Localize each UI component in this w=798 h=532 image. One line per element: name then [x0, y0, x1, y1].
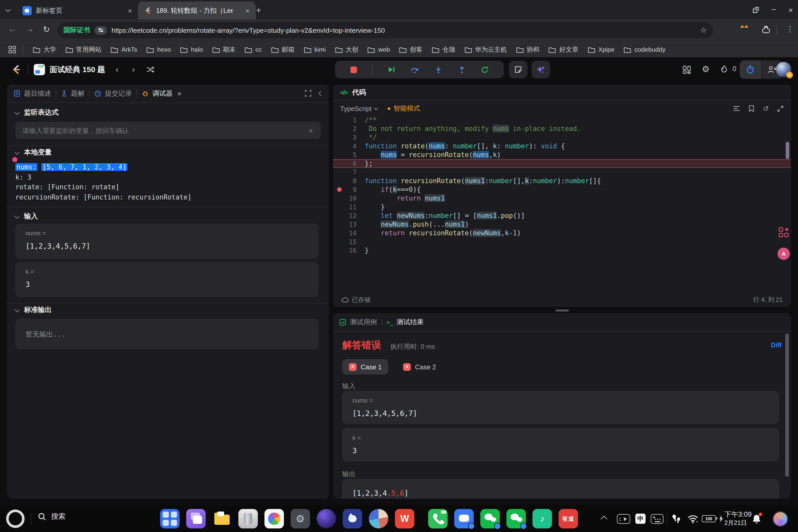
site-settings-icon[interactable]	[95, 26, 107, 35]
tray-expand[interactable]	[602, 506, 606, 532]
local-variable[interactable]: rotate: [Function: rotate]	[15, 182, 192, 192]
tab-testresult[interactable]: >_ 测试结果	[387, 318, 424, 327]
messages-app-icon[interactable]	[454, 509, 474, 528]
notes-button[interactable]	[509, 61, 527, 78]
tab-solutions[interactable]: 题解	[61, 89, 85, 98]
format-icon[interactable]	[733, 106, 740, 112]
tab-testcase[interactable]: 测试用例	[339, 318, 377, 327]
browser-icon[interactable]	[369, 509, 388, 528]
code-line[interactable]: 12 let newNums:number[] = [nums1.pop()]	[333, 211, 791, 220]
bookmark-folder[interactable]: 大创	[330, 41, 363, 58]
window-restore-button[interactable]	[753, 6, 759, 13]
study-plan-icon[interactable]: TOP	[34, 64, 45, 75]
security-badge[interactable]: 国际证书	[63, 25, 90, 35]
locals-section-title[interactable]: 本地变量	[15, 148, 52, 157]
code-line[interactable]: 9 if(k===0){	[333, 185, 791, 194]
wifi-icon[interactable]	[687, 506, 698, 532]
bookmark-star-icon[interactable]: ☆	[700, 25, 707, 35]
notification-bell[interactable]	[752, 506, 761, 532]
wechat-icon[interactable]	[480, 509, 500, 528]
language-select[interactable]: TypeScript	[340, 104, 378, 112]
screen-mirror-icon[interactable]	[617, 506, 630, 532]
shuffle-icon[interactable]	[146, 66, 154, 73]
trash-icon[interactable]	[239, 509, 258, 528]
continue-button[interactable]	[388, 66, 395, 73]
youdao-dict-icon[interactable]: 有道	[558, 509, 578, 528]
fullscreen-icon[interactable]	[305, 90, 311, 97]
io-card[interactable]: k =3	[15, 262, 319, 297]
streak-flame-icon[interactable]	[720, 65, 728, 74]
stdout-section-title[interactable]: 标准输出	[15, 305, 52, 315]
phone-app-icon[interactable]	[428, 509, 448, 528]
code-line[interactable]: 16}	[333, 246, 791, 255]
clock[interactable]: 下午3:09 2月21日	[724, 506, 752, 532]
bookmark-folder[interactable]: 华为云主机	[460, 41, 511, 58]
watch-input-field[interactable]	[21, 126, 307, 135]
wecom-icon[interactable]	[507, 509, 526, 528]
case-tab[interactable]: ×Case 2	[396, 359, 442, 375]
watch-input[interactable]: ＋	[15, 122, 321, 139]
extensions-icon[interactable]	[762, 25, 771, 34]
restart-button[interactable]	[481, 66, 489, 73]
code-line[interactable]: 1/**	[333, 116, 791, 124]
bookmark-folder[interactable]: cc	[240, 41, 267, 58]
bookmark-folder[interactable]: 期末	[207, 41, 240, 58]
launcher-button[interactable]	[6, 510, 24, 528]
browser-tab-newtab[interactable]: 新标签页 ×	[17, 2, 138, 19]
bookmark-folder[interactable]: 好文章	[544, 41, 583, 58]
step-out-button[interactable]	[458, 66, 466, 73]
control-center-icon[interactable]: ⚙	[290, 509, 310, 528]
leetcode-logo[interactable]	[10, 64, 21, 75]
code-editor[interactable]: 1/**2 Do not return anything, modify num…	[333, 116, 791, 264]
prev-problem-button[interactable]: ‹	[116, 57, 118, 82]
code-line[interactable]: 7	[333, 168, 791, 176]
layout-icon[interactable]	[682, 65, 691, 74]
forward-button[interactable]: →	[25, 24, 34, 34]
bookmark-folder[interactable]: 邮箱	[267, 41, 299, 58]
bookmark-folder[interactable]: 常用网站	[61, 41, 106, 58]
code-line[interactable]: 15	[333, 238, 791, 246]
code-line[interactable]: 5 nums = recursionRotate(nums,k)	[333, 150, 791, 159]
io-card[interactable]: k =3	[342, 428, 779, 461]
step-into-button[interactable]	[434, 66, 442, 73]
collapse-panel-icon[interactable]	[319, 91, 324, 96]
case-tab[interactable]: ×Case 1	[342, 359, 388, 375]
code-line[interactable]: 6};	[333, 159, 791, 168]
bookmark-folder[interactable]: 协和	[511, 41, 544, 58]
ai-assistant-button[interactable]	[531, 61, 550, 78]
translate-float-button[interactable]: A	[778, 248, 790, 260]
io-card[interactable]: nums =[1,2,3,4,5,6,7]	[342, 391, 779, 424]
code-line[interactable]: 10 return nums1	[333, 194, 791, 203]
bookmark-folder[interactable]: 仓颉	[427, 41, 460, 58]
bookmark-folder[interactable]: hexo	[142, 41, 176, 58]
reload-button[interactable]: ↻	[43, 24, 50, 34]
url-text[interactable]: https://leetcode.cn/problems/rotate-arra…	[112, 26, 696, 34]
uos-ai-icon[interactable]	[317, 509, 336, 528]
window-minimize-button[interactable]: −	[772, 5, 776, 14]
code-line[interactable]: 13 newNums.push(...nums1)	[333, 220, 791, 229]
taskbar-search[interactable]: 搜索	[38, 512, 65, 521]
tab-debugger[interactable]: 调试器 ×	[142, 89, 183, 98]
code-line[interactable]: 4function rotate(nums: number[], k: numb…	[333, 142, 791, 150]
timer-button[interactable]	[740, 60, 761, 79]
study-plan-title[interactable]: 面试经典 150 题	[50, 57, 105, 82]
app-kitten-icon[interactable]	[343, 509, 362, 528]
diff-link[interactable]: Diff	[771, 342, 782, 349]
back-button[interactable]: ←	[8, 24, 16, 34]
bookmark-folder[interactable]: halo	[175, 41, 207, 58]
stop-button[interactable]	[350, 66, 357, 73]
panel-resize-handle[interactable]	[555, 309, 569, 311]
assistant-orb[interactable]	[773, 506, 788, 532]
bookmark-icon[interactable]	[749, 105, 755, 112]
ai-widget-icon[interactable]	[778, 227, 790, 238]
code-line[interactable]: 11 }	[333, 203, 791, 211]
local-variable[interactable]: k: 3	[15, 172, 192, 182]
bookmark-folder[interactable]: web	[363, 41, 394, 58]
apps-grid-icon[interactable]	[8, 45, 16, 54]
bookmark-folder[interactable]: ArkTs	[106, 41, 142, 58]
undo-icon[interactable]: ↺	[763, 104, 769, 113]
input-section-title[interactable]: 输入	[15, 212, 38, 221]
tab-description[interactable]: 题目描述	[13, 89, 51, 98]
code-line[interactable]: 14 return recursionRotate(newNums,k-1)	[333, 229, 791, 238]
browser-menu-icon[interactable]: ⋮	[786, 24, 794, 34]
